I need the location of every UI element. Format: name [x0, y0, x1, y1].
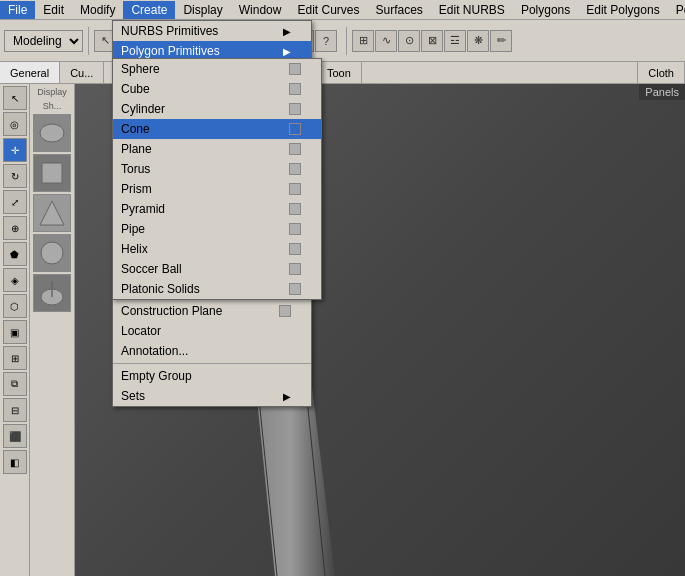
- select-icon[interactable]: ↖: [3, 86, 27, 110]
- menu-soccer-ball[interactable]: Soccer Ball: [113, 259, 321, 279]
- tool15-icon[interactable]: ◧: [3, 450, 27, 474]
- tool11-icon[interactable]: ⊞: [3, 346, 27, 370]
- arrow-icon: ▶: [283, 46, 291, 57]
- menu-polygons[interactable]: Polygons: [513, 1, 578, 19]
- menu-polygon-uvs[interactable]: Polygon UVs: [668, 1, 685, 19]
- main-layout: ↖ ◎ ✛ ↻ ⤢ ⊕ ⬟ ◈ ⬡ ▣ ⊞ ⧉ ⊟ ⬛ ◧ Display Sh…: [0, 84, 685, 576]
- tool9-icon[interactable]: ⬡: [3, 294, 27, 318]
- tab-general[interactable]: General: [0, 62, 60, 83]
- tool13-icon[interactable]: ⊟: [3, 398, 27, 422]
- menu-edit[interactable]: Edit: [35, 1, 72, 19]
- menu-cylinder[interactable]: Cylinder: [113, 99, 321, 119]
- menu-display[interactable]: Display: [175, 1, 230, 19]
- object-icon-1[interactable]: [33, 114, 71, 152]
- option-box-sphere[interactable]: [289, 63, 301, 75]
- second-panel: Display Sh...: [30, 84, 75, 576]
- menu-sets[interactable]: Sets ▶: [113, 386, 311, 406]
- menu-pyramid[interactable]: Pyramid: [113, 199, 321, 219]
- lasso-icon[interactable]: ◎: [3, 112, 27, 136]
- option-box-plane[interactable]: [289, 143, 301, 155]
- tool12-icon[interactable]: ⧉: [3, 372, 27, 396]
- modeling-dropdown[interactable]: Modeling: [4, 30, 83, 52]
- menu-locator[interactable]: Locator: [113, 321, 311, 341]
- option-box-icon: [279, 305, 291, 317]
- snap-curve-icon[interactable]: ∿: [375, 30, 397, 52]
- tab-toon[interactable]: Toon: [317, 62, 362, 83]
- object-icon-4[interactable]: [33, 234, 71, 272]
- menu-empty-group[interactable]: Empty Group: [113, 366, 311, 386]
- menu-cone[interactable]: Cone: [113, 119, 321, 139]
- menu-surfaces[interactable]: Surfaces: [367, 1, 430, 19]
- option-box-pipe[interactable]: [289, 223, 301, 235]
- option-box-torus[interactable]: [289, 163, 301, 175]
- menu-window[interactable]: Window: [231, 1, 290, 19]
- arrow-icon: ▶: [283, 26, 291, 37]
- menu-platonic-solids[interactable]: Platonic Solids: [113, 279, 321, 299]
- menu-create[interactable]: Create: [123, 1, 175, 19]
- tool10-icon[interactable]: ▣: [3, 320, 27, 344]
- svg-rect-1: [42, 163, 62, 183]
- toolbar-separator-1: [88, 27, 89, 55]
- rotate-icon[interactable]: ↻: [3, 164, 27, 188]
- menu-prism[interactable]: Prism: [113, 179, 321, 199]
- svg-marker-2: [40, 201, 64, 225]
- option-box-cube[interactable]: [289, 83, 301, 95]
- menu-helix[interactable]: Helix: [113, 239, 321, 259]
- option-box-platonic[interactable]: [289, 283, 301, 295]
- show-manip-icon[interactable]: ⊕: [3, 216, 27, 240]
- option-box-helix[interactable]: [289, 243, 301, 255]
- menu-modify[interactable]: Modify: [72, 1, 123, 19]
- display-label: Display: [32, 86, 72, 98]
- soft-select-icon[interactable]: ❋: [467, 30, 489, 52]
- option-box-soccer[interactable]: [289, 263, 301, 275]
- menu-plane[interactable]: Plane: [113, 139, 321, 159]
- option-box-cylinder[interactable]: [289, 103, 301, 115]
- toolbar: Modeling ↖ ✛ ↻ ⤢ ⊕ ▷ ⬡ ⚙ ◈ ? ⊞ ∿ ⊙ ⊠ ☲ ❋…: [0, 20, 685, 62]
- menu-edit-curves[interactable]: Edit Curves: [289, 1, 367, 19]
- sep5: [113, 363, 311, 364]
- snap-point-icon[interactable]: ⊙: [398, 30, 420, 52]
- option-box-prism[interactable]: [289, 183, 301, 195]
- menu-file[interactable]: File: [0, 1, 35, 19]
- sh-label: Sh...: [32, 100, 72, 112]
- object-icon-2[interactable]: [33, 154, 71, 192]
- object-icon-5[interactable]: [33, 274, 71, 312]
- tabbar: General Cu... Animate Rendering PaintEff…: [0, 62, 685, 84]
- help-icon[interactable]: ?: [315, 30, 337, 52]
- menu-cube[interactable]: Cube: [113, 79, 321, 99]
- menu-annotation[interactable]: Annotation...: [113, 341, 311, 361]
- snap-grid-icon[interactable]: ⊞: [352, 30, 374, 52]
- left-toolbar: ↖ ◎ ✛ ↻ ⤢ ⊕ ⬟ ◈ ⬡ ▣ ⊞ ⧉ ⊟ ⬛ ◧: [0, 84, 30, 576]
- menu-nurbs-primitives[interactable]: NURBS Primitives ▶: [113, 21, 311, 41]
- object-icon-3[interactable]: [33, 194, 71, 232]
- polygon-primitives-menu: Sphere Cube Cylinder Cone Plane Torus Pr…: [112, 58, 322, 300]
- menubar: File Edit Modify Create Display Window E…: [0, 0, 685, 20]
- toolbar-separator-3: [346, 27, 347, 55]
- svg-point-0: [40, 124, 64, 142]
- arrow-icon: ▶: [283, 391, 291, 402]
- menu-sphere[interactable]: Sphere: [113, 59, 321, 79]
- tab-curves[interactable]: Cu...: [60, 62, 104, 83]
- menu-edit-polygons[interactable]: Edit Polygons: [578, 1, 667, 19]
- svg-point-3: [41, 242, 63, 264]
- menu-edit-nurbs[interactable]: Edit NURBS: [431, 1, 513, 19]
- menu-torus[interactable]: Torus: [113, 159, 321, 179]
- scale-icon[interactable]: ⤢: [3, 190, 27, 214]
- panels-label: Panels: [639, 84, 685, 100]
- tab-cloth[interactable]: Cloth: [637, 62, 685, 83]
- paint-icon[interactable]: ✏: [490, 30, 512, 52]
- tool7-icon[interactable]: ⬟: [3, 242, 27, 266]
- snap-view-icon[interactable]: ☲: [444, 30, 466, 52]
- menu-pipe[interactable]: Pipe: [113, 219, 321, 239]
- menu-construction-plane[interactable]: Construction Plane: [113, 301, 311, 321]
- toolbar-group-3: ⊞ ∿ ⊙ ⊠ ☲ ❋ ✏: [352, 30, 512, 52]
- snap-surface-icon[interactable]: ⊠: [421, 30, 443, 52]
- option-box-cone[interactable]: [289, 123, 301, 135]
- tool14-icon[interactable]: ⬛: [3, 424, 27, 448]
- move-icon[interactable]: ✛: [3, 138, 27, 162]
- option-box-pyramid[interactable]: [289, 203, 301, 215]
- tool8-icon[interactable]: ◈: [3, 268, 27, 292]
